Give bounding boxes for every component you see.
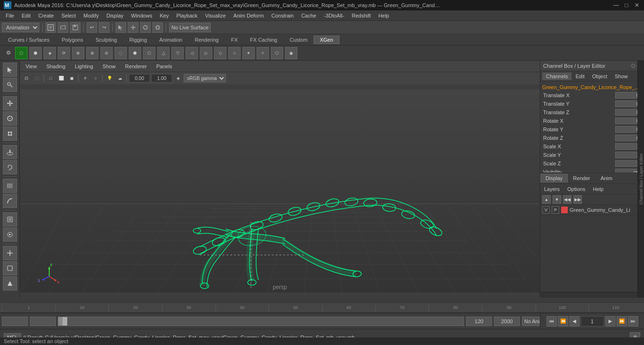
scale-tool-left-button[interactable] <box>3 127 17 141</box>
custom-button[interactable] <box>3 261 17 275</box>
close-button[interactable]: ✕ <box>634 2 640 9</box>
module-tab-fx[interactable]: FX <box>225 36 244 44</box>
ipr-button[interactable] <box>3 227 17 242</box>
xgen-tool-9-button[interactable]: ⬠ <box>143 47 155 59</box>
range-end-input[interactable] <box>466 317 492 326</box>
layer-item[interactable]: V P Green_Gummy_Candy_Li <box>540 205 644 215</box>
smooth-button[interactable]: ⬜ <box>56 73 66 83</box>
xgen-tool-11-button[interactable]: ▽ <box>171 47 184 59</box>
save-scene-button[interactable] <box>70 22 80 33</box>
go-to-end-button[interactable]: ⏭ <box>628 316 638 327</box>
menu-item-key[interactable]: Key <box>156 12 172 19</box>
menu-item-playback[interactable]: Playback <box>172 12 201 19</box>
xgen-tool-15-button[interactable]: ☆ <box>228 47 241 59</box>
wireframe-button[interactable]: □ <box>46 73 55 83</box>
smooth2-button[interactable]: ◼ <box>67 73 76 83</box>
vpt-extra1[interactable]: ◈ <box>173 73 183 83</box>
menu-item-cache[interactable]: Cache <box>297 12 320 19</box>
layer-move-down-button[interactable]: ▼ <box>553 195 561 204</box>
menu-item--3dtoall-[interactable]: -3DtoAll- <box>320 12 348 19</box>
xgen-tool-5-button[interactable]: ⊗ <box>86 47 98 59</box>
channel-box-tab-edit[interactable]: Edit <box>572 73 588 80</box>
move-tool-left-button[interactable] <box>3 96 17 110</box>
xgen-tool-14-button[interactable]: ◇ <box>214 47 226 59</box>
menu-item-constrain[interactable]: Constrain <box>268 12 297 19</box>
layer-visible-toggle[interactable]: V <box>542 206 550 214</box>
channel-box-tab-object[interactable]: Object <box>588 73 611 80</box>
timeline-thumb[interactable] <box>63 317 67 326</box>
menu-item-select[interactable]: Select <box>58 12 80 19</box>
step-back-button[interactable]: ⏪ <box>558 316 568 327</box>
channel-box-tab-channels[interactable]: Channels <box>542 73 572 80</box>
layer-playback-toggle[interactable]: P <box>552 206 559 214</box>
color-profile-dropdown[interactable]: sRGB gamma <box>184 74 226 82</box>
xgen-tool-6-button[interactable]: ⊘ <box>100 47 113 59</box>
undo-button[interactable]: ↩ <box>87 22 97 33</box>
menu-item-help[interactable]: Help <box>375 12 393 19</box>
module-tab-sculpting[interactable]: Sculpting <box>89 36 123 44</box>
play-forward-button[interactable]: ▶ <box>605 316 616 327</box>
display-tab-display[interactable]: Display <box>540 174 568 182</box>
isolate-button[interactable]: ○ <box>91 73 100 83</box>
panel-resize-icon[interactable]: ⬡ <box>631 63 635 68</box>
module-tab-curves---surfaces[interactable]: Curves / Surfaces <box>2 36 55 44</box>
xgen-tool-10-button[interactable]: △ <box>157 47 170 59</box>
camera-angle-button[interactable]: 🎥 <box>32 73 42 83</box>
layer-move-left-button[interactable]: ◀◀ <box>563 195 572 204</box>
snap-grid-button[interactable] <box>3 179 17 193</box>
shadow-button[interactable]: ☁ <box>115 73 125 83</box>
xgen-tool-2-button[interactable]: ◈ <box>44 47 56 59</box>
module-tab-fx-caching[interactable]: FX Caching <box>244 36 283 44</box>
module-tab-custom[interactable]: Custom <box>284 36 314 44</box>
layer-move-right-button[interactable]: ▶▶ <box>573 195 582 204</box>
lasso-select-button[interactable] <box>3 160 17 174</box>
module-tab-rendering[interactable]: Rendering <box>188 36 225 44</box>
settings-icon[interactable]: ⚙ <box>4 48 13 58</box>
menu-item-visualize[interactable]: Visualize <box>201 12 230 19</box>
xgen-tool-19-button[interactable]: ◉ <box>285 47 297 59</box>
channel-box-tab-show[interactable]: Show <box>611 73 632 80</box>
menu-item-create[interactable]: Create <box>35 12 58 19</box>
play-back-button[interactable]: ◀ <box>569 316 580 327</box>
paint-select-button[interactable] <box>3 78 17 92</box>
lighting-button[interactable]: 💡 <box>105 73 114 83</box>
module-tab-polygons[interactable]: Polygons <box>55 36 89 44</box>
viewport-menu-show[interactable]: Show <box>99 63 120 70</box>
render-region-button[interactable] <box>3 212 17 227</box>
timeline-scrubber[interactable] <box>58 317 464 326</box>
menu-item-file[interactable]: File <box>2 12 18 19</box>
xgen-tool-18-button[interactable]: ⬡ <box>271 47 283 59</box>
viewport-menu-panels[interactable]: Panels <box>152 63 176 70</box>
select-tool-button[interactable] <box>116 22 126 33</box>
bottom-left-btn[interactable] <box>3 276 17 291</box>
animation-mode-dropdown[interactable]: Animation <box>2 23 39 32</box>
grid-button[interactable]: # <box>80 73 90 83</box>
layer-scrollbar[interactable] <box>540 292 644 298</box>
minimize-button[interactable]: — <box>613 2 619 9</box>
exposure-input[interactable]: 0.00 <box>129 74 150 82</box>
rotate-tool-left-button[interactable] <box>3 111 17 126</box>
xgen-tool-4-button[interactable]: ⊕ <box>72 47 84 59</box>
new-scene-button[interactable] <box>45 22 56 33</box>
step-forward-button[interactable]: ⏩ <box>617 316 627 327</box>
xgen-tool-1-button[interactable]: ⬢ <box>29 47 42 59</box>
timeline[interactable]: 1102030405060708090100110 <box>0 302 644 313</box>
viewport-menu-renderer[interactable]: Renderer <box>121 63 151 70</box>
anim-end-input[interactable] <box>494 317 520 326</box>
snap-curve-button[interactable] <box>3 194 17 208</box>
xgen-tool-3-button[interactable]: ⟳ <box>58 47 70 59</box>
menu-item-redshift[interactable]: Redshift <box>348 12 375 19</box>
xgen-tool-0-button[interactable]: ⬡ <box>15 47 27 59</box>
xgen-tool-12-button[interactable]: ◁ <box>186 47 198 59</box>
module-tab-xgen[interactable]: XGen <box>313 36 339 44</box>
layer-tab-options[interactable]: Options <box>564 185 589 193</box>
rotate-tool-button[interactable] <box>140 22 151 33</box>
display-tab-anim[interactable]: Anim <box>595 174 617 182</box>
xgen-tool-8-button[interactable]: ⬟ <box>129 47 141 59</box>
soft-select-button[interactable] <box>3 145 17 159</box>
menu-item-modify[interactable]: Modify <box>80 12 102 19</box>
viewport-menu-lighting[interactable]: Lighting <box>71 63 97 70</box>
redo-button[interactable]: ↪ <box>99 22 109 33</box>
attribute-editor-tab[interactable]: Channel Box / Layer Editor <box>637 61 644 298</box>
viewport-menu-view[interactable]: View <box>22 63 41 70</box>
